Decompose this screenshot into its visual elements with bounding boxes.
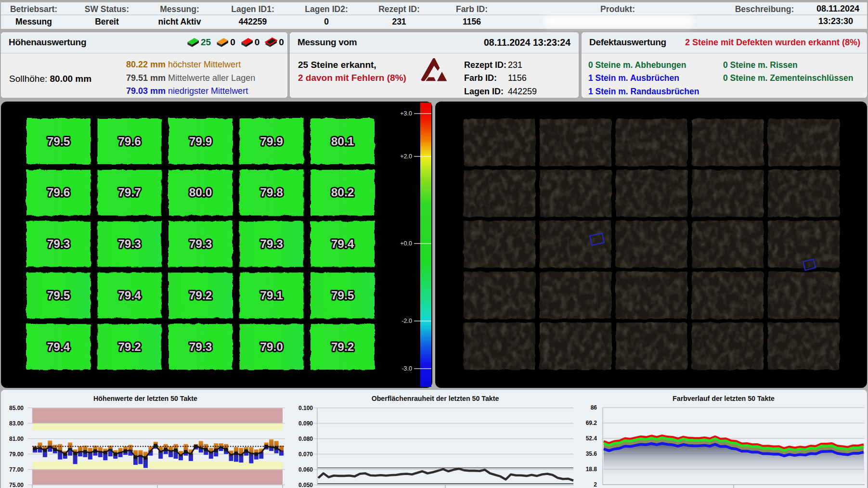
svg-text:79.5: 79.5: [331, 289, 354, 302]
svg-text:0.070: 0.070: [298, 451, 313, 458]
svg-text:-2.0: -2.0: [402, 318, 412, 324]
svg-text:83.00: 83.00: [9, 420, 24, 427]
svg-text:79.1: 79.1: [260, 289, 283, 302]
svg-text:79.2: 79.2: [118, 340, 141, 353]
svg-text:69.2: 69.2: [586, 420, 597, 426]
svg-text:79.5: 79.5: [47, 289, 70, 302]
svg-text:79.2: 79.2: [331, 340, 354, 353]
svg-text:79.3: 79.3: [47, 237, 70, 250]
svg-text:Höhenwerte der letzten 50 Takt: Höhenwerte der letzten 50 Takte: [93, 395, 197, 402]
svg-text:79.00: 79.00: [9, 451, 24, 458]
svg-text:35.6: 35.6: [586, 450, 597, 457]
svg-text:52.4: 52.4: [586, 435, 597, 442]
svg-text:+2.0: +2.0: [400, 153, 412, 160]
svg-text:79.2: 79.2: [189, 289, 212, 302]
svg-text:0.060: 0.060: [298, 466, 313, 473]
svg-text:0.100: 0.100: [298, 405, 313, 411]
svg-text:Farbverlauf der letzten 50 Tak: Farbverlauf der letzten 50 Takte: [673, 395, 775, 402]
svg-text:80.2: 80.2: [331, 186, 354, 199]
svg-text:79.3: 79.3: [189, 237, 212, 250]
svg-text:79.4: 79.4: [118, 289, 141, 302]
svg-text:79.3: 79.3: [260, 237, 283, 250]
svg-text:79.9: 79.9: [260, 135, 283, 148]
svg-text:+0.0: +0.0: [400, 240, 412, 247]
svg-text:79.6: 79.6: [118, 135, 141, 148]
svg-text:81.00: 81.00: [9, 436, 24, 442]
svg-text:-3.0: -3.0: [402, 365, 412, 372]
svg-text:79.0: 79.0: [260, 340, 283, 353]
svg-text:0.080: 0.080: [298, 436, 313, 442]
svg-text:2: 2: [594, 481, 597, 488]
svg-text:79.8: 79.8: [260, 186, 283, 199]
svg-text:80.0: 80.0: [189, 186, 212, 199]
svg-text:86: 86: [591, 404, 597, 411]
svg-text:Oberflächenrauheit der letzten: Oberflächenrauheit der letzten 50 Takte: [372, 395, 499, 402]
svg-text:79.7: 79.7: [118, 186, 141, 199]
svg-text:79.9: 79.9: [189, 135, 212, 148]
svg-text:85.00: 85.00: [9, 405, 24, 411]
svg-text:0.090: 0.090: [298, 420, 313, 427]
svg-text:18.8: 18.8: [586, 466, 597, 473]
svg-text:0.050: 0.050: [298, 482, 313, 488]
svg-text:79.4: 79.4: [331, 237, 354, 250]
svg-text:79.3: 79.3: [118, 237, 141, 250]
svg-text:79.6: 79.6: [47, 186, 70, 199]
svg-text:80.1: 80.1: [331, 135, 354, 148]
svg-text:77.00: 77.00: [9, 466, 24, 473]
svg-text:+3.0: +3.0: [400, 110, 412, 117]
svg-text:79.4: 79.4: [47, 340, 70, 353]
svg-text:75.00: 75.00: [9, 482, 24, 488]
svg-text:79.5: 79.5: [47, 135, 70, 148]
svg-text:79.3: 79.3: [189, 340, 212, 353]
